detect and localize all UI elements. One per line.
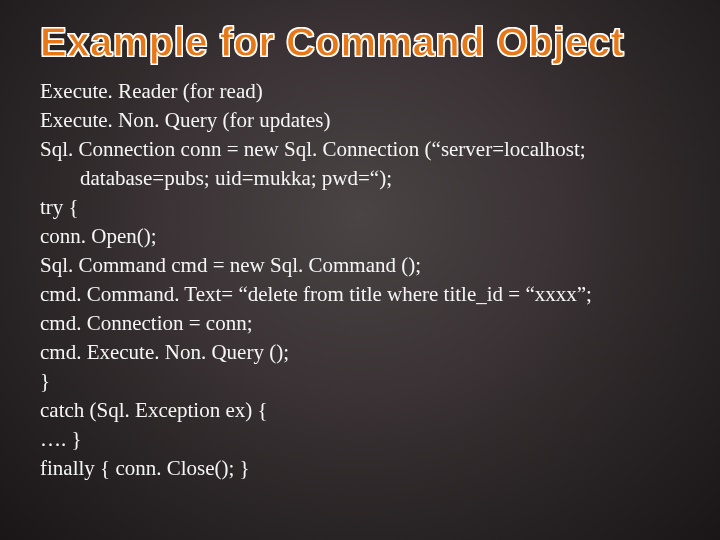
code-line: cmd. Connection = conn; [40, 309, 680, 338]
code-line: catch (Sql. Exception ex) { [40, 396, 680, 425]
code-line: Sql. Command cmd = new Sql. Command (); [40, 251, 680, 280]
slide-body: Execute. Reader (for read) Execute. Non.… [40, 77, 680, 483]
code-line: Sql. Connection conn = new Sql. Connecti… [40, 135, 680, 164]
code-line: try { [40, 193, 680, 222]
slide: Example for Command Object Execute. Read… [0, 0, 720, 540]
code-line: Execute. Non. Query (for updates) [40, 106, 680, 135]
slide-title: Example for Command Object [40, 20, 680, 65]
code-line: cmd. Execute. Non. Query (); [40, 338, 680, 367]
code-line: cmd. Command. Text= “delete from title w… [40, 280, 680, 309]
code-line: } [40, 367, 680, 396]
code-line: …. } [40, 425, 680, 454]
code-line: Execute. Reader (for read) [40, 77, 680, 106]
code-line: finally { conn. Close(); } [40, 454, 680, 483]
code-line: conn. Open(); [40, 222, 680, 251]
code-line: database=pubs; uid=mukka; pwd=“); [40, 164, 680, 193]
